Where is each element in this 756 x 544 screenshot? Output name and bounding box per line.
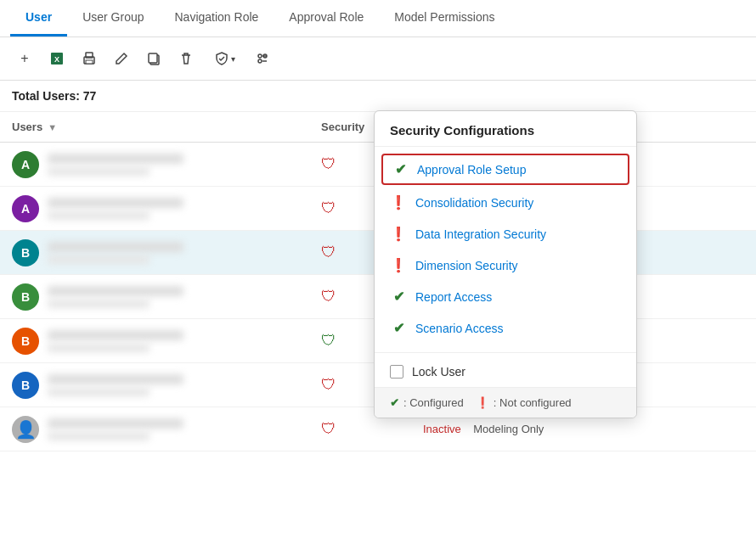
shield-icon: 🛡 xyxy=(321,376,336,394)
popup-item-label: Consolidation Security xyxy=(415,196,533,210)
avatar: B xyxy=(12,283,39,311)
print-button[interactable] xyxy=(75,44,104,73)
avatar: A xyxy=(12,195,39,222)
user-cell: B xyxy=(0,321,314,362)
legend-configured-label: : Configured xyxy=(403,396,464,409)
popup-item-approval-role-setup[interactable]: ✔ Approval Role Setup xyxy=(381,154,629,185)
legend-not-configured: ❗ : Not configured xyxy=(476,396,572,409)
svg-text:X: X xyxy=(54,55,59,64)
tab-bar: User User Group Navigation Role Approval… xyxy=(0,0,756,37)
manage-button[interactable] xyxy=(248,44,277,73)
security-configurations-popup: Security Configurations ✔ Approval Role … xyxy=(374,110,637,418)
popup-item-label: Data Integration Security xyxy=(415,227,546,241)
inactive-label: Inactive xyxy=(423,423,461,435)
tab-model-permissions[interactable]: Model Permissions xyxy=(379,0,510,36)
tab-user[interactable]: User xyxy=(10,0,67,36)
svg-point-9 xyxy=(258,59,262,63)
total-users-label: Total Users: 77 xyxy=(0,81,756,112)
popup-title: Security Configurations xyxy=(375,111,636,147)
svg-rect-4 xyxy=(86,60,93,64)
copy-button[interactable] xyxy=(139,44,168,73)
avatar: 👤 xyxy=(12,416,39,443)
exclaim-icon: ❗ xyxy=(390,257,407,273)
exclaim-icon: ❗ xyxy=(390,194,407,210)
popup-item-label: Approval Role Setup xyxy=(417,163,526,177)
delete-button[interactable] xyxy=(172,44,200,73)
svg-rect-6 xyxy=(149,53,157,63)
popup-item-label: Report Access xyxy=(415,290,492,304)
modeling-label: Modeling Only xyxy=(473,423,544,435)
shield-icon: 🛡 xyxy=(321,288,336,306)
popup-item-label: Dimension Security xyxy=(415,259,518,272)
tab-approval-role[interactable]: Approval Role xyxy=(274,0,379,36)
check-icon: ✔ xyxy=(390,396,399,409)
col-header-users: Users ▼ xyxy=(0,112,314,142)
user-cell: A xyxy=(0,144,314,185)
popup-divider xyxy=(375,352,636,353)
lock-user-checkbox[interactable] xyxy=(390,365,403,379)
user-cell: A xyxy=(0,188,314,229)
shield-icon: 🛡 xyxy=(321,244,336,261)
popup-item-data-integration-security[interactable]: ❗ Data Integration Security xyxy=(375,218,636,250)
popup-panel: Security Configurations ✔ Approval Role … xyxy=(374,110,637,418)
popup-item-dimension-security[interactable]: ❗ Dimension Security xyxy=(375,250,636,281)
avatar: B xyxy=(12,328,39,355)
legend-configured: ✔ : Configured xyxy=(390,396,464,409)
shield-icon: 🛡 xyxy=(321,199,336,217)
shield-icon: 🛡 xyxy=(321,332,336,350)
check-icon: ✔ xyxy=(390,289,407,305)
popup-item-label: Scenario Access xyxy=(415,322,504,335)
role-cell: Inactive Modeling Only xyxy=(416,416,756,442)
popup-lock-user: Lock User xyxy=(375,356,636,387)
users-filter-icon[interactable]: ▼ xyxy=(48,122,57,132)
tab-navigation-role[interactable]: Navigation Role xyxy=(160,0,274,36)
avatar: B xyxy=(12,239,39,266)
exclaim-icon: ❗ xyxy=(476,396,489,409)
lock-user-label: Lock User xyxy=(412,365,465,379)
popup-legend: ✔ : Configured ❗ : Not configured xyxy=(375,387,636,418)
popup-items-list: ✔ Approval Role Setup ❗ Consolidation Se… xyxy=(375,147,636,349)
check-icon: ✔ xyxy=(390,320,407,336)
exclaim-icon: ❗ xyxy=(390,226,407,242)
popup-item-report-access[interactable]: ✔ Report Access xyxy=(375,281,636,312)
add-button[interactable]: + xyxy=(10,44,39,73)
avatar: A xyxy=(12,151,39,178)
user-cell: B xyxy=(0,277,314,317)
excel-button[interactable]: X xyxy=(42,44,71,73)
tab-user-group[interactable]: User Group xyxy=(67,0,159,36)
shield-icon: 🛡 xyxy=(321,420,336,438)
user-cell: 👤 xyxy=(0,409,314,450)
user-cell: B xyxy=(0,233,314,273)
popup-item-scenario-access[interactable]: ✔ Scenario Access xyxy=(375,312,636,344)
shield-icon: 🛡 xyxy=(321,155,336,173)
avatar: B xyxy=(12,372,39,399)
svg-point-7 xyxy=(258,54,262,58)
check-icon: ✔ xyxy=(392,161,409,177)
user-cell: B xyxy=(0,365,314,406)
legend-not-configured-label: : Not configured xyxy=(494,396,572,409)
toolbar: + X ▾ xyxy=(0,37,756,81)
popup-item-consolidation-security[interactable]: ❗ Consolidation Security xyxy=(375,187,636,218)
shield-dropdown-button[interactable]: ▾ xyxy=(204,44,245,73)
edit-button[interactable] xyxy=(107,44,136,73)
